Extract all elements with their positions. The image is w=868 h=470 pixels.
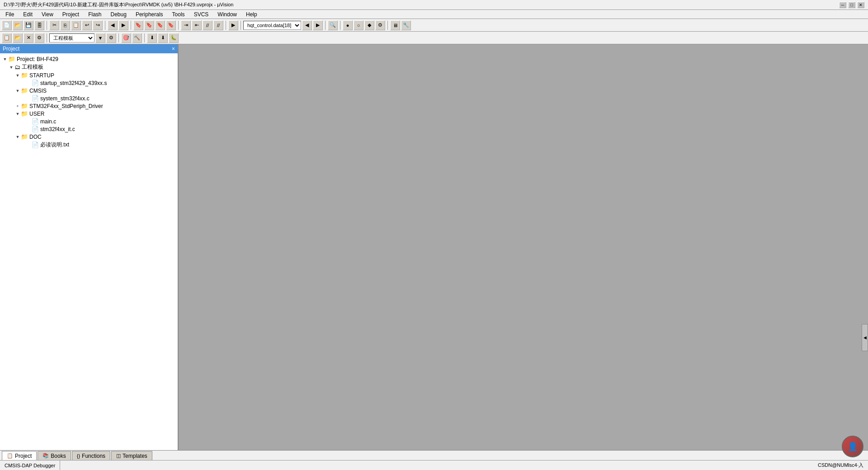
maximize-button[interactable]: □: [848, 2, 855, 8]
project-panel-close[interactable]: ×: [172, 46, 175, 52]
undo-button[interactable]: ↩: [82, 20, 92, 30]
run-button[interactable]: ▶: [228, 20, 238, 30]
close-button[interactable]: ✕: [857, 2, 864, 8]
bookmark1-button[interactable]: 🔖: [133, 20, 143, 30]
toggle-templates[interactable]: ▼: [8, 65, 14, 70]
tools2-button[interactable]: 🔧: [401, 20, 411, 30]
tree-item-user[interactable]: ▼ 📁 USER: [0, 110, 178, 118]
tab-templates[interactable]: ◫ Templates: [111, 451, 152, 460]
minimize-button[interactable]: ─: [839, 2, 846, 8]
build-all-button[interactable]: 🔨: [132, 33, 142, 43]
nav-fwd-button[interactable]: ▶: [118, 20, 128, 30]
prev-button[interactable]: ◀: [302, 20, 312, 30]
open-proj-button[interactable]: 📂: [13, 33, 23, 43]
menu-debug[interactable]: Debug: [107, 10, 130, 19]
bookmark3-button[interactable]: 🔖: [155, 20, 165, 30]
side-panel-handle[interactable]: ◀: [862, 324, 868, 351]
tree-item-it-c[interactable]: 📄 stm32f4xx_it.c: [0, 125, 178, 133]
tab-functions[interactable]: {} Functions: [72, 451, 110, 460]
display-button[interactable]: 🖥: [390, 20, 400, 30]
download-button[interactable]: ⬇: [147, 33, 157, 43]
tree-item-cmsis[interactable]: ▼ 📁 CMSIS: [0, 87, 178, 94]
next-button[interactable]: ▶: [313, 20, 323, 30]
tab-project[interactable]: 📋 Project: [2, 451, 37, 460]
data-combo[interactable]: hqt_control.data[18]: [243, 21, 301, 30]
status-debugger-text: CMSIS-DAP Debugger: [5, 463, 55, 468]
separator6: [241, 21, 241, 30]
circle1-button[interactable]: ●: [343, 20, 353, 30]
toggle-cmsis[interactable]: ▼: [14, 89, 21, 93]
tab-books[interactable]: 📚 Books: [38, 451, 71, 460]
title-text: D:\学习\野火\野火F429源代码\10-新建工程-固件库版本\Project…: [4, 1, 233, 8]
bookmark4-button[interactable]: 🔖: [166, 20, 176, 30]
menu-project[interactable]: Project: [59, 10, 83, 19]
combo-drop-button[interactable]: ▼: [95, 33, 105, 43]
menu-file[interactable]: File: [2, 10, 18, 19]
menu-flash[interactable]: Flash: [85, 10, 105, 19]
proj-settings-button[interactable]: ⚙: [34, 33, 44, 43]
download2-button[interactable]: ⬇: [158, 33, 168, 43]
save-button[interactable]: 💾: [24, 20, 33, 30]
bookmark2-button[interactable]: 🔖: [144, 20, 154, 30]
tree-label-doc: DOC: [29, 134, 42, 140]
menu-window[interactable]: Window: [214, 10, 241, 19]
separator2: [105, 21, 105, 30]
new-file-button[interactable]: 📄: [2, 20, 12, 30]
folder-icon-user: 📁: [21, 110, 28, 117]
tab-functions-icon: {}: [77, 453, 80, 459]
menu-edit[interactable]: Edit: [19, 10, 36, 19]
circle2-button[interactable]: ○: [354, 20, 363, 30]
uncomment-button[interactable]: //: [213, 20, 223, 30]
tree-item-stdperiph[interactable]: + 📁 STM32F4xx_StdPeriph_Driver: [0, 102, 178, 110]
build-target-button[interactable]: 🎯: [121, 33, 131, 43]
folder-icon-startup: 📁: [21, 72, 28, 79]
file-icon-it: 📄: [32, 126, 39, 132]
diamond-button[interactable]: ◆: [364, 20, 374, 30]
toggle-stdperiph[interactable]: +: [14, 104, 21, 108]
nav-back-button[interactable]: ◀: [108, 20, 118, 30]
menu-tools[interactable]: Tools: [169, 10, 189, 19]
cut-button[interactable]: ✂: [49, 20, 59, 30]
tree-item-startup[interactable]: ▼ 📁 STARTUP: [0, 71, 178, 79]
file-icon-startup: 📄: [32, 80, 39, 86]
toggle-user[interactable]: ▼: [14, 112, 21, 116]
new-proj-button[interactable]: 📋: [2, 33, 12, 43]
open-file-button[interactable]: 📂: [13, 20, 23, 30]
folder-icon-doc: 📁: [21, 133, 28, 140]
close-proj-button[interactable]: ✕: [24, 33, 33, 43]
toggle-startup[interactable]: ▼: [14, 73, 21, 78]
save-all-button[interactable]: 🗄: [34, 20, 44, 30]
separator1: [47, 21, 47, 30]
toolbar1: 📄 📂 💾 🗄 ✂ ⎘ 📋 ↩ ↪ ◀ ▶ 🔖 🔖 🔖 🔖 ⇥ ⇤ // // …: [0, 19, 868, 32]
menu-svcs[interactable]: SVCS: [190, 10, 212, 19]
settings2-button[interactable]: ⚙: [375, 20, 385, 30]
unindent-button[interactable]: ⇤: [192, 20, 202, 30]
tree-item-root[interactable]: ▼ 📁 Project: BH-F429: [0, 55, 178, 63]
manage-button[interactable]: ⚙: [106, 33, 116, 43]
menu-peripherals[interactable]: Peripherals: [132, 10, 167, 19]
start-debug-button[interactable]: 🐛: [169, 33, 179, 43]
toggle-root[interactable]: ▼: [2, 57, 8, 61]
redo-button[interactable]: ↪: [93, 20, 103, 30]
separator3: [131, 21, 131, 30]
tree-item-templates-group[interactable]: ▼ 🗂 工程模板: [0, 63, 178, 71]
menu-view[interactable]: View: [38, 10, 57, 19]
copy-button[interactable]: ⎘: [60, 20, 70, 30]
tree-item-doc[interactable]: ▼ 📁 DOC: [0, 133, 178, 141]
comment-button[interactable]: //: [203, 20, 212, 30]
tree-item-readme[interactable]: 📄 必读说明.txt: [0, 141, 178, 149]
tree-item-startup-file[interactable]: 📄 startup_stm32f429_439xx.s: [0, 79, 178, 87]
tree-item-system-file[interactable]: 📄 system_stm32f4xx.c: [0, 94, 178, 102]
paste-button[interactable]: 📋: [71, 20, 81, 30]
chat-avatar[interactable]: 👤: [842, 436, 863, 457]
toggle-doc[interactable]: ▼: [14, 135, 21, 139]
tab-books-label: Books: [51, 453, 66, 459]
menu-help[interactable]: Help: [242, 10, 261, 19]
template-combo[interactable]: 工程模板: [49, 33, 94, 42]
indent-button[interactable]: ⇥: [181, 20, 191, 30]
tab-project-label: Project: [15, 453, 32, 459]
group-icon: 🗂: [14, 64, 20, 70]
tree-item-main-c[interactable]: 📄 main.c: [0, 118, 178, 125]
file-icon-system: 📄: [32, 95, 39, 102]
search-button[interactable]: 🔍: [328, 20, 338, 30]
